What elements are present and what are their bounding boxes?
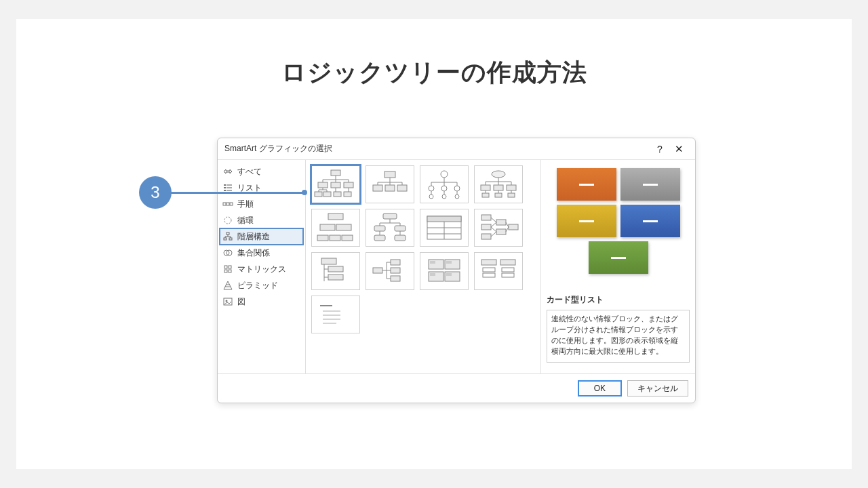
svg-rect-7 — [226, 203, 229, 205]
svg-rect-47 — [384, 171, 395, 178]
svg-marker-23 — [224, 281, 232, 289]
svg-rect-140 — [446, 261, 452, 264]
svg-rect-11 — [224, 238, 226, 240]
annotation-connector — [169, 192, 304, 194]
svg-rect-77 — [481, 185, 490, 190]
category-label: 集合関係 — [237, 247, 270, 259]
hierarchy-icon — [222, 231, 233, 242]
layout-thumb[interactable] — [310, 164, 361, 205]
svg-rect-89 — [317, 235, 328, 241]
svg-rect-37 — [315, 192, 322, 197]
svg-rect-126 — [373, 268, 382, 273]
svg-rect-133 — [391, 268, 400, 273]
preview-card — [557, 168, 616, 201]
layout-grid — [306, 160, 540, 373]
layout-thumb[interactable] — [311, 252, 360, 290]
svg-rect-38 — [323, 192, 331, 197]
svg-rect-101 — [374, 235, 385, 241]
close-icon: ✕ — [675, 143, 684, 155]
svg-rect-109 — [481, 224, 491, 230]
smartart-dialog: SmartArt グラフィックの選択 ? ✕ すべて — [217, 138, 696, 403]
preview-card — [589, 241, 648, 274]
svg-rect-3 — [226, 187, 232, 188]
svg-rect-5 — [226, 190, 232, 191]
category-item-cycle[interactable]: 循環 — [220, 212, 303, 228]
svg-rect-85 — [508, 193, 515, 197]
svg-point-70 — [455, 195, 459, 199]
layout-thumb[interactable] — [420, 209, 469, 247]
category-item-relationship[interactable]: 集合関係 — [220, 245, 303, 261]
layout-thumb[interactable] — [366, 209, 414, 247]
category-item-all[interactable]: すべて — [220, 163, 303, 180]
layout-thumb[interactable] — [311, 209, 360, 247]
category-item-pyramid[interactable]: ピラミッド — [220, 277, 303, 293]
svg-rect-145 — [483, 268, 495, 272]
category-label: ピラミッド — [237, 280, 278, 291]
page-title: ロジックツリーの作成方法 — [16, 56, 852, 89]
svg-rect-40 — [344, 192, 351, 197]
svg-rect-78 — [494, 185, 503, 190]
svg-line-114 — [491, 218, 496, 222]
layout-thumb[interactable] — [474, 252, 523, 290]
svg-rect-139 — [430, 261, 435, 264]
svg-rect-92 — [383, 214, 397, 219]
svg-rect-91 — [342, 235, 353, 241]
svg-rect-22 — [229, 270, 231, 272]
svg-rect-97 — [374, 226, 385, 231]
svg-rect-36 — [344, 182, 353, 188]
category-item-process[interactable]: 手順 — [220, 196, 303, 212]
svg-rect-12 — [229, 238, 232, 240]
svg-rect-90 — [330, 235, 340, 241]
category-item-picture[interactable]: 図 — [220, 293, 303, 310]
process-icon — [222, 199, 233, 209]
svg-point-64 — [454, 186, 460, 191]
dialog-titlebar: SmartArt グラフィックの選択 ? ✕ — [218, 138, 695, 160]
svg-rect-53 — [373, 185, 382, 191]
svg-rect-6 — [223, 203, 226, 205]
svg-rect-98 — [395, 226, 406, 231]
svg-rect-86 — [328, 214, 343, 220]
category-item-hierarchy[interactable]: 階層構造 — [219, 228, 304, 245]
svg-rect-2 — [224, 187, 226, 188]
svg-line-116 — [491, 227, 496, 232]
svg-rect-55 — [397, 185, 407, 191]
svg-rect-146 — [483, 273, 495, 277]
layout-thumb[interactable] — [311, 296, 360, 333]
category-item-matrix[interactable]: マトリックス — [220, 261, 303, 277]
svg-line-119 — [506, 227, 509, 232]
svg-rect-112 — [496, 229, 506, 235]
svg-rect-79 — [507, 185, 516, 190]
svg-rect-10 — [226, 232, 229, 235]
svg-rect-0 — [224, 184, 226, 186]
slide: ロジックツリーの作成方法 3 SmartArt グラフィックの選択 ? ✕ すべ… — [16, 19, 852, 469]
all-icon — [222, 166, 233, 177]
svg-rect-83 — [482, 193, 489, 197]
svg-rect-104 — [427, 216, 461, 222]
dialog-footer: OK キャンセル — [218, 374, 695, 403]
layout-thumb[interactable] — [366, 165, 414, 203]
svg-rect-88 — [336, 224, 351, 230]
svg-rect-20 — [229, 266, 231, 268]
svg-rect-8 — [230, 203, 233, 205]
close-button[interactable]: ✕ — [669, 141, 688, 157]
svg-line-117 — [491, 232, 496, 237]
matrix-icon — [222, 264, 233, 274]
svg-rect-4 — [224, 190, 226, 191]
layout-thumb[interactable] — [420, 165, 469, 203]
svg-rect-35 — [331, 182, 340, 188]
picture-icon — [222, 296, 233, 307]
layout-thumb[interactable] — [366, 252, 414, 290]
cancel-button[interactable]: キャンセル — [627, 380, 688, 396]
svg-rect-148 — [502, 273, 514, 277]
svg-rect-111 — [496, 220, 506, 225]
layout-thumb[interactable] — [474, 209, 523, 247]
svg-rect-141 — [430, 273, 435, 276]
ok-button[interactable]: OK — [578, 380, 622, 396]
step-badge: 3 — [139, 176, 172, 209]
layout-thumb[interactable] — [474, 165, 523, 203]
help-button[interactable]: ? — [650, 141, 669, 157]
svg-rect-108 — [481, 215, 491, 220]
svg-rect-87 — [320, 224, 335, 230]
svg-rect-125 — [328, 274, 343, 280]
layout-thumb[interactable] — [420, 252, 469, 290]
